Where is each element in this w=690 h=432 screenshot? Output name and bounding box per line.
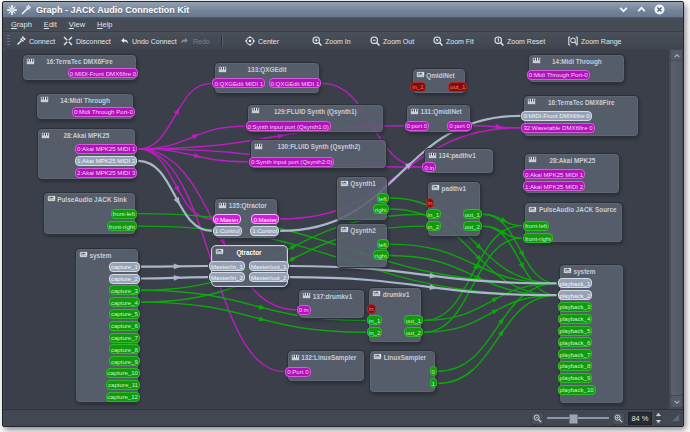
node-qtractor-jack[interactable]: QtractorMaster/in_1Master/out_1Master/in…	[211, 245, 288, 287]
port-in-0_QXGEdit_MIDI_1[interactable]: 0:QXGEdit MIDI 1	[212, 78, 265, 88]
port-out-out_1[interactable]: out_1	[448, 82, 467, 92]
minimize-button[interactable]	[618, 4, 629, 15]
port-out-capture_2[interactable]: capture_2	[109, 274, 140, 284]
port-in-1_Akai_MPK25_MIDI_2[interactable]: 1:Akai MPK25 MIDI 2	[523, 181, 585, 191]
zoom-percentage[interactable]: 84 %	[628, 412, 651, 425]
port-out-0[interactable]: 0	[430, 366, 437, 376]
edge-akai-l-to-qxgedit[interactable]	[138, 83, 211, 148]
port-in-in_1[interactable]: in_1	[410, 82, 426, 92]
port-in-0_in[interactable]: 0:in	[422, 162, 436, 172]
node-system-l[interactable]: systemcapture_1capture_2capture_3capture…	[75, 248, 139, 403]
port-in-32_Wavetable_DMX6fire_0[interactable]: 32:Wavetable DMX6fire 0	[521, 123, 594, 133]
node-lsampler-jack[interactable]: LinuxSampler01	[369, 350, 436, 393]
node-system-r[interactable]: systemplayback_1playback_2playback_3play…	[559, 264, 624, 404]
port-out-capture_4[interactable]: capture_4	[109, 297, 140, 307]
graph-canvas[interactable]: 16:TerraTec DMX6Fire0:MIDI-Front DMX6fir…	[5, 49, 669, 410]
port-out-capture_10[interactable]: capture_10	[106, 368, 141, 378]
zoom-spinbox[interactable]	[655, 411, 663, 425]
zoom-reset-button[interactable]: Zoom Reset	[491, 34, 548, 48]
node-pa-sink[interactable]: PulseAudio JACK Sinkfront-leftfront-righ…	[43, 192, 136, 235]
maximize-button[interactable]	[636, 4, 647, 15]
port-in-playback_2[interactable]: playback_2	[558, 290, 593, 300]
menu-edit[interactable]: Edit	[38, 18, 63, 31]
port-out-capture_11[interactable]: capture_11	[106, 380, 140, 390]
port-out-right[interactable]: right	[373, 250, 389, 260]
port-out-capture_9[interactable]: capture_9	[109, 356, 140, 366]
port-out-capture_7[interactable]: capture_7	[109, 333, 140, 343]
port-out-0_Akai_MPK25_MIDI_1[interactable]: 0:Akai MPK25 MIDI 1	[75, 144, 137, 154]
port-in-0_Akai_MPK25_MIDI_1[interactable]: 0:Akai MPK25 MIDI 1	[523, 169, 585, 179]
port-in-0_port_0[interactable]: 0:port 0	[405, 121, 430, 131]
port-in-in[interactable]: in	[426, 198, 435, 208]
connect-button[interactable]: Connect	[13, 34, 58, 48]
zoom-slider-handle[interactable]	[569, 414, 578, 424]
node-drumkv1-alsa[interactable]: 137:drumkv10:in	[298, 289, 365, 319]
port-out-1_Control[interactable]: 1:Control	[250, 226, 279, 236]
port-out-out_1[interactable]: out_1	[404, 315, 423, 325]
port-in-playback_9[interactable]: playback_9	[558, 373, 593, 383]
node-akai-r[interactable]: 28:Akai MPK250:Akai MPK25 MIDI 11:Akai M…	[524, 153, 620, 195]
port-in-playback_7[interactable]: playback_7	[558, 349, 593, 359]
node-qxgedit[interactable]: 133:QXGEdit0:QXGEdit MIDI 10:QXGEdit MID…	[214, 62, 320, 94]
menu-view[interactable]: View	[63, 18, 91, 31]
redo-button[interactable]: Redo	[177, 34, 213, 48]
menu-graph[interactable]: Graph	[5, 18, 38, 31]
node-fluid2[interactable]: 130:FLUID Synth (Qsynth2)0:Synth input p…	[250, 139, 387, 169]
port-in-playback_4[interactable]: playback_4	[558, 314, 593, 324]
port-in-in[interactable]: in	[367, 304, 376, 314]
zoom-range-button[interactable]: Zoom Range	[565, 34, 624, 48]
node-fluid1[interactable]: 129:FLUID Synth (Qsynth1)0:Synth input p…	[247, 104, 384, 133]
port-in-0_Port_0[interactable]: 0:Port 0	[285, 367, 310, 377]
port-out-left[interactable]: left	[377, 239, 389, 249]
port-out-capture_8[interactable]: capture_8	[109, 344, 140, 354]
port-out-Master_out_1[interactable]: Master/out_1	[249, 261, 289, 271]
node-qsynth2[interactable]: Qsynth2leftright	[336, 223, 388, 268]
scrollbar-thumb[interactable]	[670, 60, 683, 396]
undo-connect-button[interactable]: Undo Connect	[116, 34, 180, 48]
port-out-capture_5[interactable]: capture_5	[109, 309, 140, 319]
zoom-fit-button[interactable]: Zoom Fit	[430, 34, 477, 48]
node-drumkv1-jack[interactable]: drumkv1inin_1out_1in_2out_2	[368, 287, 422, 343]
node-qsynth1[interactable]: Qsynth1leftright	[336, 176, 388, 221]
port-out-out_1[interactable]: out_1	[463, 209, 482, 219]
port-out-out_2[interactable]: out_2	[404, 327, 423, 337]
port-out-2_Akai_MPK25_MIDI_3[interactable]: 2:Akai MPK25 MIDI 3	[75, 168, 137, 178]
zoom-spin-up[interactable]	[655, 411, 663, 418]
zoom-out-button[interactable]: Zoom Out	[367, 34, 417, 48]
port-out-left[interactable]: left	[377, 193, 389, 203]
title-bar[interactable]: Graph - JACK Audio Connection Kit	[3, 2, 683, 18]
edge-qsynth2-to-system-r[interactable]	[390, 244, 557, 283]
scroll-down-button[interactable]	[670, 395, 683, 408]
port-in-front-left[interactable]: front-left	[523, 221, 549, 231]
port-in-playback_10[interactable]: playback_10	[558, 385, 596, 395]
port-in-in_2[interactable]: in_2	[426, 221, 442, 231]
port-out-1_Akai_MPK25_MIDI_2[interactable]: 1:Akai MPK25 MIDI 2	[75, 156, 137, 166]
edge-akai-l-to-fluid1[interactable]	[138, 126, 244, 149]
port-in-playback_6[interactable]: playback_6	[558, 337, 593, 347]
window-menu-icon[interactable]	[7, 5, 17, 15]
node-midithrough-l[interactable]: 14:Midi Through0:Midi Through Port-0	[36, 93, 134, 121]
zoom-out-slider-button[interactable]	[531, 412, 544, 425]
zoom-spin-down[interactable]	[655, 419, 663, 426]
center-button[interactable]: Center	[242, 34, 282, 48]
port-in-0_MIDI-Front_DMX6fire_0[interactable]: 0:MIDI-Front DMX6fire 0	[521, 111, 591, 121]
disconnect-button[interactable]: Disconnect	[60, 34, 114, 48]
port-in-playback_5[interactable]: playback_5	[558, 326, 593, 336]
port-out-out_2[interactable]: out_2	[463, 221, 482, 231]
node-qmidinet-jack[interactable]: QmidiNetin_1out_1	[412, 68, 467, 95]
port-in-front-right[interactable]: front-right	[523, 233, 553, 243]
zoom-in-button[interactable]: Zoom In	[309, 34, 354, 48]
port-in-in_2[interactable]: in_2	[367, 327, 383, 337]
port-in-in_1[interactable]: in_1	[426, 209, 442, 219]
node-padthv1-alsa[interactable]: 134:padthv10:in	[424, 148, 494, 174]
port-out-0_MIDI-Front_DMX6fire_0[interactable]: 0:MIDI-Front DMX6fire 0	[68, 68, 138, 78]
node-terratec-l[interactable]: 16:TerraTec DMX6Fire0:MIDI-Front DMX6fir…	[22, 54, 138, 81]
node-qtractor-alsa[interactable]: 135:Qtractor0:Master0:Master1:Control1:C…	[214, 198, 278, 239]
port-in-Master_in_2[interactable]: Master/in_2	[209, 272, 245, 282]
toolbar-grip[interactable]	[7, 35, 10, 46]
port-out-Master_out_2[interactable]: Master/out_2	[249, 272, 289, 282]
port-out-front-right[interactable]: front-right	[107, 221, 137, 231]
port-out-front-left[interactable]: front-left	[111, 209, 137, 219]
port-out-capture_6[interactable]: capture_6	[109, 321, 140, 331]
port-in-playback_1[interactable]: playback_1	[558, 278, 593, 288]
